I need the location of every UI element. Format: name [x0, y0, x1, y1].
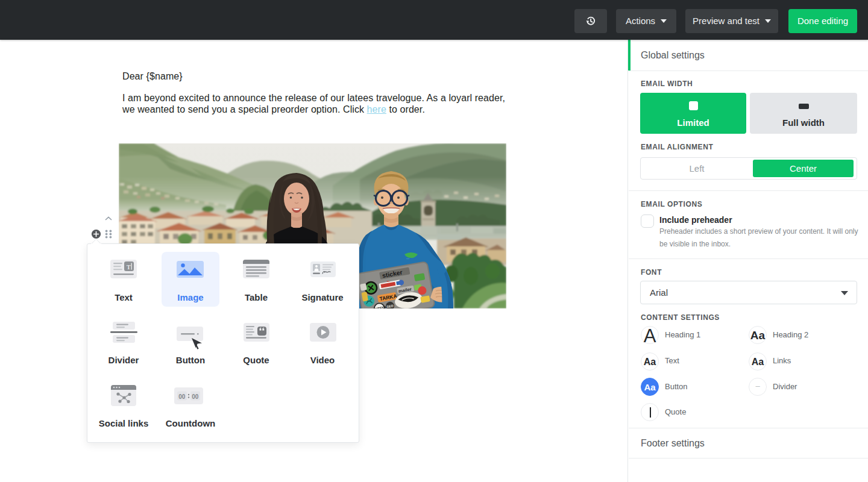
svg-text:···: ··· — [406, 257, 409, 260]
svg-text:T: T — [127, 264, 131, 271]
svg-text:00: 00 — [192, 393, 199, 400]
svg-text:00: 00 — [178, 393, 186, 400]
